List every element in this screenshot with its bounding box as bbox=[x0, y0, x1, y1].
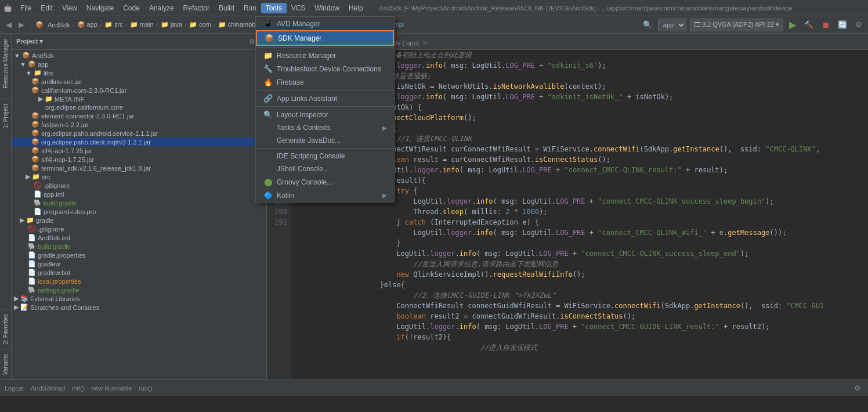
tree-item-gradle-properties[interactable]: 📄gradle.properties bbox=[12, 251, 266, 259]
tree-item-fastjson[interactable]: 📦fastjson-1.2.2.jar bbox=[12, 120, 266, 129]
breadcrumb-main[interactable]: 📁 main bbox=[130, 21, 154, 28]
project-label: 📦 bbox=[35, 21, 44, 28]
tree-item-gradle-folder[interactable]: ▶📁gradle bbox=[12, 216, 266, 225]
breadcrumb-andsdk[interactable]: AndSdk bbox=[48, 21, 70, 28]
kotlin-arrow-icon: ▶ bbox=[382, 192, 387, 198]
bc-init[interactable]: init() bbox=[72, 385, 84, 392]
tree-item-libs[interactable]: ▼📁libs bbox=[12, 68, 266, 77]
breadcrumb-app[interactable]: 📦 app bbox=[77, 21, 97, 28]
dropdown-groovy[interactable]: ⬤ Groovy Console... bbox=[256, 175, 394, 189]
search-everywhere-icon[interactable]: 🔍 bbox=[641, 19, 654, 30]
app-links-icon: 🔗 bbox=[263, 94, 273, 103]
menu-edit[interactable]: Edit bbox=[36, 3, 57, 13]
menu-tools[interactable]: Tools bbox=[261, 3, 287, 13]
favorites-tab[interactable]: 2: Favorites bbox=[1, 309, 10, 349]
dropdown-firebase[interactable]: 🔥 Firebase bbox=[256, 75, 394, 89]
bottom-settings-btn[interactable]: ⚙ bbox=[852, 382, 863, 393]
menu-file[interactable]: File bbox=[16, 3, 36, 13]
dropdown-generate-javadoc[interactable]: Generate JavaDoc... bbox=[256, 134, 394, 147]
dropdown-sep-3 bbox=[256, 106, 394, 107]
tree-item-terminal-sdk[interactable]: 📦terminal_sdk-v2.1.6_release_jdk1.8.jar bbox=[12, 164, 266, 172]
tree-item-paho-android[interactable]: 📦org.eclipse.paho.android.service-1.1.1.… bbox=[12, 129, 266, 138]
tree-item-build-gradle-app[interactable]: 🐘build.gradle bbox=[12, 198, 266, 207]
run-config-select[interactable]: app bbox=[658, 19, 686, 31]
forward-icon[interactable]: ▶ bbox=[16, 19, 27, 30]
tree-item-gradlew[interactable]: 📄gradlew bbox=[12, 259, 266, 268]
project-path: AndSdk [F:\MyProject\Android\Andlink_Rel… bbox=[379, 5, 793, 12]
menu-vcs[interactable]: VCS bbox=[287, 3, 310, 13]
bc-new-runnable[interactable]: new Runnable bbox=[91, 385, 132, 392]
tree-item-californium[interactable]: 📦californium-core-2.3.0-RC1.jar bbox=[12, 86, 266, 95]
tree-item-gradlew-bat[interactable]: 📄gradlew.bat bbox=[12, 268, 266, 277]
tree-item-proguard[interactable]: 📄proguard-rules.pro bbox=[12, 207, 266, 216]
menu-run[interactable]: Run bbox=[239, 3, 261, 13]
tree-item-external-libraries[interactable]: ▶📚External Libraries bbox=[12, 294, 266, 303]
dropdown-sdk-label: SDK Manager bbox=[278, 34, 321, 42]
project-tab[interactable]: 1: Project bbox=[1, 99, 10, 133]
tree-item-meta-inf[interactable]: ▶📁META-INF bbox=[12, 95, 266, 103]
menu-window[interactable]: Window bbox=[310, 3, 344, 13]
sync-button[interactable]: 🔄 bbox=[836, 19, 849, 30]
dropdown-tasks-contexts[interactable]: Tasks & Contexts ▶ bbox=[256, 121, 394, 134]
dropdown-app-links[interactable]: 🔗 App Links Assistant bbox=[256, 92, 394, 105]
dropdown-sdk-manager[interactable]: 📦 SDK Manager bbox=[256, 30, 394, 46]
file-tree: ▼📦AndSdk ▼📦app ▼📁libs 📦andlink-sec.jar 📦… bbox=[12, 50, 266, 380]
bc-run[interactable]: run() bbox=[139, 385, 152, 392]
tree-item-gitignore-app[interactable]: 🚫.gitignore bbox=[12, 181, 266, 190]
toolbar: ◀ ▶ 📦 AndSdk › 📦 app › 📁 src › 📁 main › … bbox=[0, 16, 868, 34]
tree-item-gitignore-root[interactable]: 🚫.gitignore bbox=[12, 225, 266, 233]
tree-item-src[interactable]: ▶📁src bbox=[12, 172, 266, 181]
bc-andsdk-impl[interactable]: AndSdkImpl bbox=[31, 385, 65, 392]
menu-refactor[interactable]: Refactor bbox=[179, 3, 214, 13]
dropdown-troubleshoot-label: Troubleshoot Device Connections bbox=[277, 65, 381, 73]
troubleshoot-icon: 🔧 bbox=[263, 64, 273, 73]
tree-item-slf4j-api[interactable]: 📦slf4j-api-1.7.25.jar bbox=[12, 146, 266, 155]
breadcrumb-chinamob[interactable]: 📁 chinamob... bbox=[218, 21, 261, 28]
tree-item-paho-mqttv3[interactable]: 📦org.eclipse.paho.client.mqttv3-1.2.1.ja… bbox=[12, 138, 266, 146]
menu-view[interactable]: View bbox=[57, 3, 82, 13]
dropdown-avd-label: AVD Manager bbox=[277, 20, 320, 28]
panel-gear-btn[interactable]: ⚙ bbox=[249, 38, 255, 46]
tree-item-app[interactable]: ▼📦app bbox=[12, 60, 266, 68]
stop-button[interactable]: ⏹ bbox=[819, 19, 832, 31]
tree-item-andsdk[interactable]: ▼📦AndSdk bbox=[12, 51, 266, 60]
tree-item-element-connector[interactable]: 📦element-connector-2.3.0-RC1.jar bbox=[12, 111, 266, 120]
groovy-icon: ⬤ bbox=[263, 178, 273, 186]
tree-item-andsdk-iml[interactable]: 📄AndSdk.iml bbox=[12, 233, 266, 242]
breadcrumb-src[interactable]: 📁 src bbox=[104, 21, 123, 28]
resource-manager-tab[interactable]: Resource Manager bbox=[1, 34, 10, 93]
tree-item-andlink-sec[interactable]: 📦andlink-sec.jar bbox=[12, 77, 266, 86]
dropdown-avd-manager[interactable]: 📱 AVD Manager bbox=[256, 17, 394, 30]
dropdown-troubleshoot[interactable]: 🔧 Troubleshoot Device Connections bbox=[256, 62, 394, 75]
tree-item-settings-gradle[interactable]: 🐘settings.gradle bbox=[12, 285, 266, 294]
android-logo-icon: 🤖 bbox=[3, 4, 12, 12]
tree-item-local-properties[interactable]: 📄local.properties bbox=[12, 277, 266, 285]
dropdown-layout-inspector[interactable]: 🔍 Layout Inspector bbox=[256, 108, 394, 121]
tree-item-build-gradle-root[interactable]: 🐘build.gradle bbox=[12, 242, 266, 251]
dropdown-resource-manager[interactable]: 📁 Resource Manager bbox=[256, 49, 394, 62]
resource-manager-icon: 📁 bbox=[263, 51, 273, 60]
variants-tab[interactable]: Variants bbox=[1, 349, 10, 380]
dropdown-jshell[interactable]: JShell Console... bbox=[256, 162, 394, 175]
menu-help[interactable]: Help bbox=[344, 3, 368, 13]
tree-item-app-iml[interactable]: 📄app.iml bbox=[12, 190, 266, 198]
tree-item-org-eclipse-californium[interactable]: org.eclipse.californium.core bbox=[12, 103, 266, 111]
logcat-label[interactable]: Logcat bbox=[5, 385, 24, 392]
dropdown-ide-scripting-label: IDE Scripting Console bbox=[277, 152, 345, 160]
dropdown-ide-scripting[interactable]: IDE Scripting Console bbox=[256, 150, 394, 162]
build-button[interactable]: 🔨 bbox=[802, 19, 816, 30]
run-button[interactable]: ▶ bbox=[787, 18, 798, 31]
tab-close-gradle[interactable]: ✕ bbox=[422, 39, 427, 46]
menu-code[interactable]: Code bbox=[118, 3, 144, 13]
settings-button[interactable]: ⚙ bbox=[853, 19, 865, 30]
dropdown-sep-1 bbox=[256, 47, 394, 48]
menu-analyze[interactable]: Analyze bbox=[144, 3, 179, 13]
tree-item-scratches[interactable]: ▶📝Scratches and Consoles bbox=[12, 303, 266, 312]
menu-navigate[interactable]: Navigate bbox=[82, 3, 118, 13]
dropdown-kotlin[interactable]: 🔷 Kotlin ▶ bbox=[256, 189, 394, 202]
breadcrumb-java[interactable]: 📁 java bbox=[161, 21, 182, 28]
back-icon[interactable]: ◀ bbox=[3, 19, 14, 30]
menu-build[interactable]: Build bbox=[214, 3, 239, 13]
breadcrumb-com[interactable]: 📁 com bbox=[189, 21, 211, 28]
tree-item-slf4j-nop[interactable]: 📦slf4j-nop-1.7.25.jar bbox=[12, 155, 266, 164]
